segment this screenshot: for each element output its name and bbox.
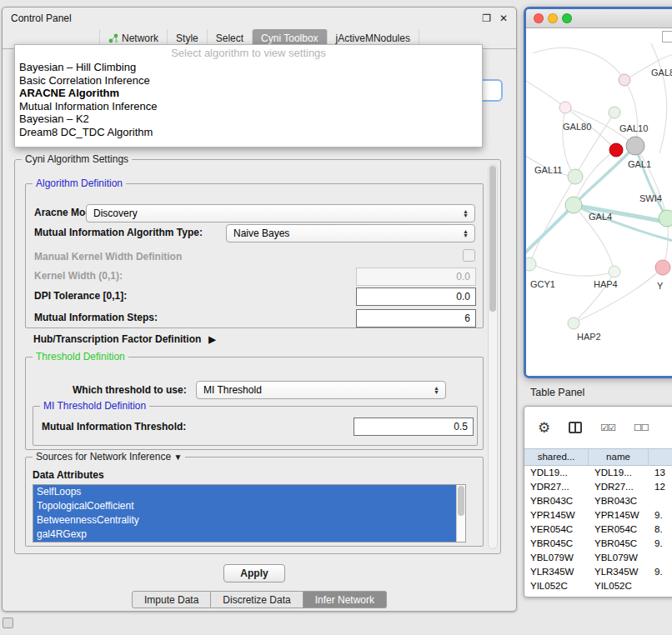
which-threshold-label: Which threshold to use: xyxy=(73,384,187,396)
bottom-tab-discretize-data[interactable]: Discretize Data xyxy=(211,591,303,608)
mi-threshold-label: Mutual Information Threshold: xyxy=(42,421,186,432)
manual-kernel-checkbox[interactable] xyxy=(463,249,475,262)
network-node[interactable] xyxy=(655,260,670,275)
algorithm-option[interactable]: Bayesian – Hill Climbing xyxy=(15,61,482,74)
aracne-mode-value: Discovery xyxy=(93,208,138,219)
algorithm-placeholder: Select algorithm to view settings xyxy=(15,46,482,61)
network-node[interactable] xyxy=(609,266,620,278)
network-window-titlebar xyxy=(526,9,672,28)
columns-icon[interactable] xyxy=(569,422,582,433)
network-node[interactable] xyxy=(565,197,582,213)
network-canvas[interactable]: GAL8GAL80GAL10GAL1GAL11SWI4GAL4GCY1HAP4Y… xyxy=(526,28,672,376)
deselect-all-columns-icon[interactable]: ☐☐ xyxy=(634,422,649,433)
table-row[interactable]: YIL052CYIL052C xyxy=(524,579,672,593)
combo-arrows-icon: ▲▼ xyxy=(463,229,469,238)
table-panel-title: Table Panel xyxy=(530,387,584,398)
minimized-panel-icon[interactable] xyxy=(3,618,13,628)
table-row[interactable]: YLR345WYLR345W9. xyxy=(524,565,672,579)
column-header[interactable]: shared... xyxy=(524,449,589,465)
zoom-button[interactable] xyxy=(562,13,572,23)
algorithm-option[interactable]: Mutual Information Inference xyxy=(15,100,482,113)
table-cell xyxy=(649,494,672,508)
network-node[interactable] xyxy=(626,137,644,155)
manual-kernel-label: Manual Kernel Width Definition xyxy=(34,251,182,262)
table-cell: YBL079W xyxy=(524,551,589,565)
gear-icon[interactable]: ⚙ xyxy=(538,419,550,437)
minimize-button[interactable] xyxy=(548,13,558,23)
table-cell: YIL052C xyxy=(589,579,649,593)
close-window-icon[interactable]: ✕ xyxy=(499,12,508,24)
bottom-tab-infer-network[interactable]: Infer Network xyxy=(303,591,387,608)
table-row[interactable]: YPR145WYPR145W9. xyxy=(524,508,672,522)
network-node[interactable] xyxy=(659,210,672,227)
data-attributes-label: Data Attributes xyxy=(33,469,104,481)
column-header[interactable]: name xyxy=(589,449,649,465)
table-row[interactable]: YBL079WYBL079W xyxy=(524,551,672,565)
column-header[interactable] xyxy=(649,449,672,465)
attribute-item[interactable]: TopologicalCoefficient xyxy=(33,499,456,513)
network-node[interactable] xyxy=(559,102,571,113)
apply-button[interactable]: Apply xyxy=(223,564,285,582)
select-all-columns-icon[interactable]: ☑☑ xyxy=(600,422,615,433)
table-row[interactable]: YBR045CYBR045C9. xyxy=(524,537,672,551)
close-button[interactable] xyxy=(534,13,544,23)
algorithm-option[interactable]: Dream8 DC_TDC Algorithm xyxy=(15,126,482,139)
network-view-window: GAL8GAL80GAL10GAL1GAL11SWI4GAL4GCY1HAP4Y… xyxy=(524,7,672,378)
sources-title: Sources for Network Inference xyxy=(36,451,171,462)
algorithm-option[interactable]: ARACNE Algorithm xyxy=(15,87,482,100)
table-row[interactable]: YBR043CYBR043C xyxy=(524,494,672,508)
aracne-mode-select[interactable]: Discovery ▲▼ xyxy=(86,204,475,222)
algorithm-option[interactable]: Bayesian – K2 xyxy=(15,112,482,126)
hub-tf-label: Hub/Transcription Factor Definition xyxy=(33,333,201,345)
bottom-tab-impute-data[interactable]: Impute Data xyxy=(132,591,211,608)
node-label: GCY1 xyxy=(530,279,555,289)
attribute-list: SelfLoopsTopologicalCoefficientBetweenne… xyxy=(33,484,466,542)
table-cell: YDL19... xyxy=(524,466,589,480)
sources-title-row[interactable]: Sources for Network Inference ▼ xyxy=(33,451,185,462)
table-cell: YDR27... xyxy=(589,480,649,494)
mi-type-select[interactable]: Naive Bayes ▲▼ xyxy=(226,224,475,242)
dpi-tolerance-field[interactable]: 0.0 xyxy=(356,288,476,306)
hub-tf-section-toggle[interactable]: Hub/Transcription Factor Definition ▶ xyxy=(33,333,216,345)
table-cell xyxy=(649,551,672,565)
attribute-list-scrollbar[interactable] xyxy=(456,485,465,542)
network-node[interactable] xyxy=(609,107,620,118)
tab-label: Select xyxy=(216,32,243,44)
mi-steps-label: Mutual Information Steps: xyxy=(34,312,158,323)
settings-scrollbar[interactable] xyxy=(488,164,498,549)
network-node[interactable] xyxy=(568,169,583,184)
network-node[interactable] xyxy=(568,318,579,329)
node-label: GAL11 xyxy=(534,165,562,175)
which-threshold-value: MI Threshold xyxy=(203,384,262,396)
table-cell: YBL079W xyxy=(589,551,649,565)
mi-steps-field[interactable]: 6 xyxy=(356,309,476,328)
control-panel-titlebar: Control Panel ❐ ✕ xyxy=(3,8,516,29)
table-row[interactable]: YER054CYER054C8. xyxy=(524,522,672,537)
network-icon xyxy=(108,33,118,43)
float-window-icon[interactable]: ❐ xyxy=(482,12,491,24)
traffic-lights xyxy=(534,13,572,23)
attribute-item[interactable]: BetweennessCentrality xyxy=(33,513,456,528)
network-node[interactable] xyxy=(609,143,623,157)
table-row[interactable]: YDR27...YDR27...12 xyxy=(524,480,672,494)
combo-arrows-icon: ▲▼ xyxy=(434,386,439,394)
table-panel-window: ⚙ ☑☑ ☐☐ shared...name YDL19...YDL19...13… xyxy=(524,406,672,598)
network-node[interactable] xyxy=(526,258,536,271)
table-cell: YDL19... xyxy=(589,466,649,480)
kernel-width-field[interactable]: 0.0 xyxy=(356,268,476,286)
attribute-item[interactable]: gal4RGexp xyxy=(33,528,456,542)
network-node[interactable] xyxy=(619,74,630,86)
mi-threshold-field[interactable]: 0.5 xyxy=(354,418,474,436)
which-threshold-select[interactable]: MI Threshold ▲▼ xyxy=(196,381,446,399)
attribute-item[interactable]: SelfLoops xyxy=(33,485,456,499)
table-header: shared...name xyxy=(524,448,672,466)
table-cell: YLR345W xyxy=(589,565,649,579)
table-cell xyxy=(649,579,672,593)
algorithm-option[interactable]: Basic Correlation Inference xyxy=(15,74,482,88)
mi-type-label: Mutual Information Algorithm Type: xyxy=(34,227,203,238)
table-toolbar: ⚙ ☑☑ ☐☐ xyxy=(524,407,672,448)
kernel-width-label: Kernel Width (0,1): xyxy=(34,270,123,282)
table-cell: 13 xyxy=(649,466,672,480)
table-row[interactable]: YDL19...YDL19...13 xyxy=(524,466,672,480)
table-cell: YPR145W xyxy=(589,508,649,522)
